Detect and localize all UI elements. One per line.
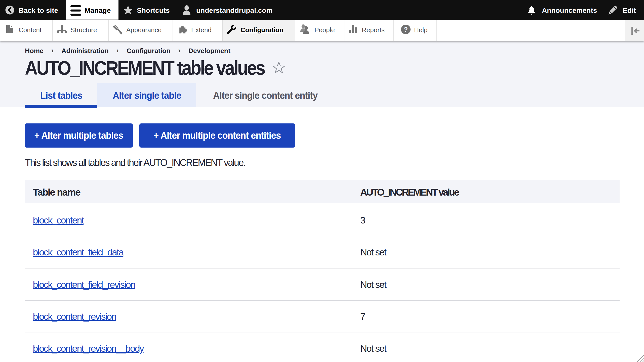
svg-text:?: ? — [404, 26, 408, 33]
